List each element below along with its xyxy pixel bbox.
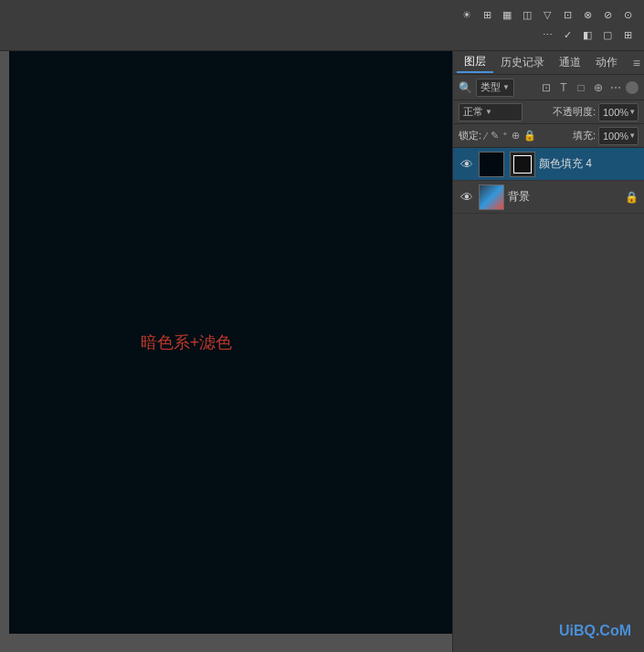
filter-icon-smart[interactable]: ⋯ [608,80,623,95]
toolbar-icon-10[interactable]: ⋯ [538,26,556,45]
filter-icon-type[interactable]: □ [574,80,588,95]
lock-bar: 锁定: ⁄ ✎ ⁺ ⊕ 🔒 填充: 100% ▼ [453,124,644,148]
layer-thumbnail [479,184,504,210]
lock-position-icon[interactable]: ⁺ [502,130,508,142]
panel-menu-icon[interactable]: ≡ [633,56,640,70]
blend-chevron-icon: ▼ [485,108,492,116]
panel-tabs: 图层 历史记录 通道 动作 ≡ [453,51,644,75]
toolbar-icon-13[interactable]: ▢ [598,26,617,45]
toolbar-icon-2[interactable]: ⊞ [478,6,496,25]
layer-mask-thumbnail [510,152,535,177]
chevron-down-icon: ▼ [502,83,510,91]
opacity-input[interactable]: 100% ▼ [598,103,639,121]
toolbar-icon-7[interactable]: ⊗ [578,6,596,25]
filter-icons: ⊡ T □ ⊕ ⋯ [539,80,639,95]
type-filter-dropdown[interactable]: 类型 ▼ [476,79,514,97]
filter-toggle[interactable] [626,81,639,94]
top-toolbar: ☀ ⊞ ▦ ◫ ▽ ⊡ ⊗ ⊘ ⊙ ⋯ ✓ ◧ ▢ ⊞ [0,0,644,51]
tab-layers[interactable]: 图层 [457,52,493,73]
layer-item[interactable]: 👁 背景 🔒 [453,181,644,214]
filter-icon-shape[interactable]: ⊕ [591,80,606,95]
toolbar-icon-3[interactable]: ▦ [498,6,516,25]
canvas-area: 暗色系+滤色 [0,51,452,652]
canvas: 暗色系+滤色 [9,51,452,634]
lock-artboard-icon[interactable]: ⊕ [512,130,520,142]
tab-actions[interactable]: 动作 [588,53,625,72]
fill-chevron-icon: ▼ [628,131,636,140]
toolbar-icon-9[interactable]: ⊙ [618,6,637,25]
opacity-label: 不透明度: [553,105,596,119]
tab-history[interactable]: 历史记录 [493,53,552,72]
layer-item[interactable]: 👁 颜色填充 4 [453,148,644,181]
main-area: 暗色系+滤色 图层 历史记录 通道 动作 ≡ 🔍 类型 ▼ ⊡ T □ ⊕ ⋯ [0,51,644,652]
lock-icons-group: ⁄ ✎ ⁺ ⊕ 🔒 [485,130,536,142]
search-icon: 🔍 [459,81,472,94]
toolbar-icon-8[interactable]: ⊘ [598,6,617,25]
layer-thumbnail [479,152,504,177]
tab-channels[interactable]: 通道 [552,53,588,72]
filter-icon-pixel[interactable]: ⊡ [539,80,554,95]
toolbar-icon-1[interactable]: ☀ [458,6,476,25]
blend-mode-bar: 正常 ▼ 不透明度: 100% ▼ [453,100,644,124]
type-filter-label: 类型 [480,80,501,94]
blend-mode-dropdown[interactable]: 正常 ▼ [459,103,523,121]
layer-lock-icon: 🔒 [625,191,639,204]
lock-image-icon[interactable]: ✎ [491,130,499,142]
blend-mode-label: 正常 [463,105,483,119]
layers-list: 👁 颜色填充 4 👁 背景 🔒 [453,148,644,652]
toolbar-icon-14[interactable]: ⊞ [618,26,637,45]
filter-icon-adjustment[interactable]: T [556,80,571,95]
opacity-chevron-icon: ▼ [628,108,636,116]
layer-visibility-toggle[interactable]: 👁 [459,156,475,173]
toolbar-icon-5[interactable]: ▽ [538,6,556,25]
right-panel: 图层 历史记录 通道 动作 ≡ 🔍 类型 ▼ ⊡ T □ ⊕ ⋯ [452,51,644,652]
lock-label: 锁定: [459,129,481,142]
toolbar-icon-6[interactable]: ⊡ [558,6,576,25]
toolbar-icon-group: ☀ ⊞ ▦ ◫ ▽ ⊡ ⊗ ⊘ ⊙ ⋯ ✓ ◧ ▢ ⊞ [454,6,637,45]
fill-control: 填充: 100% ▼ [573,127,639,145]
lock-all-icon[interactable]: 🔒 [523,130,536,142]
filter-bar: 🔍 类型 ▼ ⊡ T □ ⊕ ⋯ [453,75,644,100]
toolbar-icon-12[interactable]: ◧ [578,26,596,45]
toolbar-icon-4[interactable]: ◫ [518,6,536,25]
canvas-label: 暗色系+滤色 [141,331,233,353]
lock-transparent-icon[interactable]: ⁄ [485,131,487,142]
layer-name: 颜色填充 4 [539,156,639,172]
fill-input[interactable]: 100% ▼ [598,127,639,145]
layer-visibility-toggle[interactable]: 👁 [459,189,475,205]
opacity-control: 不透明度: 100% ▼ [553,103,639,121]
layer-name: 背景 [508,189,621,205]
toolbar-icon-11[interactable]: ✓ [558,26,576,45]
fill-label: 填充: [573,129,596,142]
